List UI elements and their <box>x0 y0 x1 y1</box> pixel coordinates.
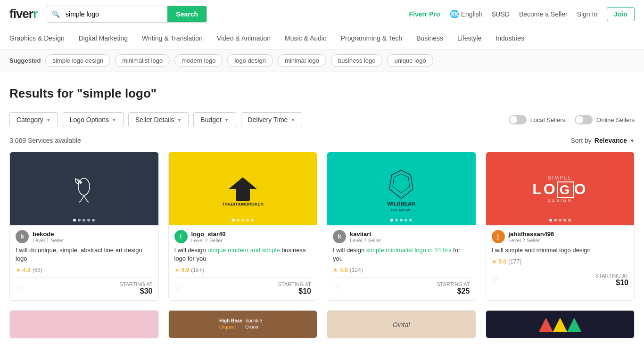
card-seller-1: b bekode Level 1 Seller <box>16 230 153 243</box>
svg-point-0 <box>78 178 90 195</box>
main-content: Results for "simple logo" Category ▼ Log… <box>0 72 644 348</box>
heart-icon-4[interactable]: ♡ <box>492 276 498 285</box>
dot <box>87 219 90 222</box>
dot <box>92 219 95 222</box>
svg-text:High Bean: High Bean <box>219 318 242 323</box>
logo[interactable]: fiverr <box>9 7 37 21</box>
card-4[interactable]: SIMPLE LOGO DESIGN j jahidhassan496 <box>486 152 635 301</box>
suggested-tag-business-logo[interactable]: business logo <box>331 54 383 67</box>
online-sellers-toggle[interactable] <box>575 115 593 124</box>
budget-filter[interactable]: Budget ▼ <box>193 112 236 127</box>
card-footer-2: ♡ STARTING AT $10 <box>174 277 312 296</box>
online-sellers-label: Online Sellers <box>596 116 635 123</box>
dot <box>568 219 571 222</box>
card-body-1: b bekode Level 1 Seller I will do unique… <box>10 225 158 300</box>
svg-point-4 <box>236 190 240 195</box>
card-2[interactable]: TRADITIONBROKER l logo_star40 Level 2 Se… <box>168 152 318 301</box>
nav-video-animation[interactable]: Video & Animation <box>217 29 271 49</box>
local-sellers-label: Local Sellers <box>530 116 565 123</box>
heart-icon-1[interactable]: ♡ <box>16 284 22 293</box>
card-title-2: I will design unique modern and simple b… <box>174 246 312 263</box>
rating-value-3: 4.9 <box>340 267 348 273</box>
suggested-label: Suggested <box>9 57 41 64</box>
dot <box>78 219 81 222</box>
suggested-tag-logo-design[interactable]: logo design <box>227 54 273 67</box>
results-count: 3,069 Services available <box>9 137 81 144</box>
avatar-1: b <box>16 230 29 243</box>
bottom-card-2[interactable]: High Bean Organic Sprinkle Groom <box>168 310 318 338</box>
card-1[interactable]: b bekode Level 1 Seller I will do unique… <box>9 152 159 301</box>
delivery-time-filter[interactable]: Delivery Time ▼ <box>241 112 303 127</box>
currency-selector[interactable]: $USD <box>492 10 510 18</box>
svg-marker-17 <box>539 318 553 332</box>
bottom-card-4[interactable] <box>486 310 635 338</box>
nav-graphics-design[interactable]: Graphics & Design <box>9 29 65 49</box>
suggested-tag-simple-logo-design[interactable]: simple logo design <box>45 54 110 67</box>
dot <box>400 219 403 222</box>
nav-lifestyle[interactable]: Lifestyle <box>457 29 481 49</box>
card-rating-2: ★ 4.9 (1k+) <box>174 267 312 273</box>
suggested-tag-unique-logo[interactable]: unique logo <box>387 54 433 67</box>
toggles-group: Local Sellers Online Sellers <box>509 115 635 124</box>
card-rating-4: ★ 5.0 (177) <box>492 258 629 265</box>
star-icon: ★ <box>174 267 180 273</box>
card-seller-4: j jahidhassan496 Level 2 Seller <box>492 230 629 243</box>
category-filter[interactable]: Category ▼ <box>9 112 58 127</box>
sort-by-dropdown[interactable]: Sort by Relevance ▼ <box>570 137 635 144</box>
filters-row: Category ▼ Logo Options ▼ Seller Details… <box>9 112 635 127</box>
logo-options-filter[interactable]: Logo Options ▼ <box>63 112 124 127</box>
chevron-down-icon: ▼ <box>290 117 295 123</box>
bottom-card-1[interactable] <box>9 310 159 338</box>
avatar-2: l <box>174 230 188 243</box>
suggested-tag-minimal-logo[interactable]: minimal logo <box>278 54 326 67</box>
search-button[interactable]: Search <box>167 6 206 22</box>
rating-count-2: (1k+) <box>191 267 204 273</box>
card-title-3: I will design simple minimalist logo in … <box>333 246 470 263</box>
chevron-down-icon: ▼ <box>177 117 182 123</box>
svg-text:Sprinkle: Sprinkle <box>245 318 263 323</box>
suggested-tag-modern-logo[interactable]: modern logo <box>174 54 223 67</box>
card-body-3: k kaviiart Level 2 Seller I will design … <box>327 225 476 300</box>
local-sellers-toggle-group: Local Sellers <box>509 115 565 124</box>
nav-music-audio[interactable]: Music & Audio <box>285 29 327 49</box>
join-button[interactable]: Join <box>607 7 635 21</box>
svg-marker-3 <box>229 177 257 189</box>
svg-text:WILDBEAR: WILDBEAR <box>388 201 415 206</box>
search-input[interactable] <box>60 7 167 22</box>
fiverr-pro-link[interactable]: Fiverr Pro <box>409 10 440 18</box>
nav-digital-marketing[interactable]: Digital Marketing <box>79 29 128 49</box>
price-4: $10 <box>595 279 628 287</box>
bottom-card-image-1 <box>10 311 158 338</box>
nav-business[interactable]: Business <box>416 29 443 49</box>
svg-marker-9 <box>393 174 410 193</box>
suggested-tag-minimalist-logo[interactable]: minimalist logo <box>115 54 170 67</box>
svg-text:TRADITIONBROKER: TRADITIONBROKER <box>222 202 264 206</box>
card-3[interactable]: WILDBEAR ORGANISMS k kaviiart Level 2 Se <box>327 152 476 301</box>
starting-price-4: STARTING AT $10 <box>595 273 628 287</box>
bottom-card-image-4 <box>486 311 635 338</box>
card-footer-1: ♡ STARTING AT $30 <box>16 277 153 296</box>
dot <box>73 219 76 222</box>
card-dots <box>232 219 254 222</box>
become-seller-link[interactable]: Become a Seller <box>519 10 568 18</box>
sign-in-link[interactable]: Sign In <box>577 10 598 18</box>
card-footer-3: ♡ STARTING AT $25 <box>333 277 470 296</box>
online-sellers-toggle-group: Online Sellers <box>575 115 635 124</box>
header-right: Fiverr Pro 🌐 English $USD Become a Selle… <box>409 7 635 21</box>
language-selector[interactable]: 🌐 English <box>450 9 483 18</box>
nav-writing-translation[interactable]: Writing & Translation <box>142 29 203 49</box>
nav-programming-tech[interactable]: Programming & Tech <box>341 29 402 49</box>
dot <box>251 219 254 222</box>
seller-details-filter[interactable]: Seller Details ▼ <box>128 112 189 127</box>
local-sellers-toggle[interactable] <box>509 115 527 124</box>
svg-point-1 <box>80 181 82 183</box>
bottom-card-image-2: High Bean Organic Sprinkle Groom <box>169 311 317 338</box>
bottom-card-image-3: Ointal <box>327 311 476 338</box>
globe-icon: 🌐 <box>450 9 459 18</box>
heart-icon-3[interactable]: ♡ <box>333 284 339 293</box>
dot <box>554 219 557 222</box>
heart-icon-2[interactable]: ♡ <box>174 284 181 293</box>
nav-industries[interactable]: Industries <box>495 29 524 49</box>
card-body-2: l logo_star40 Level 2 Seller I will desi… <box>169 225 317 300</box>
bottom-card-3[interactable]: Ointal <box>327 310 476 338</box>
